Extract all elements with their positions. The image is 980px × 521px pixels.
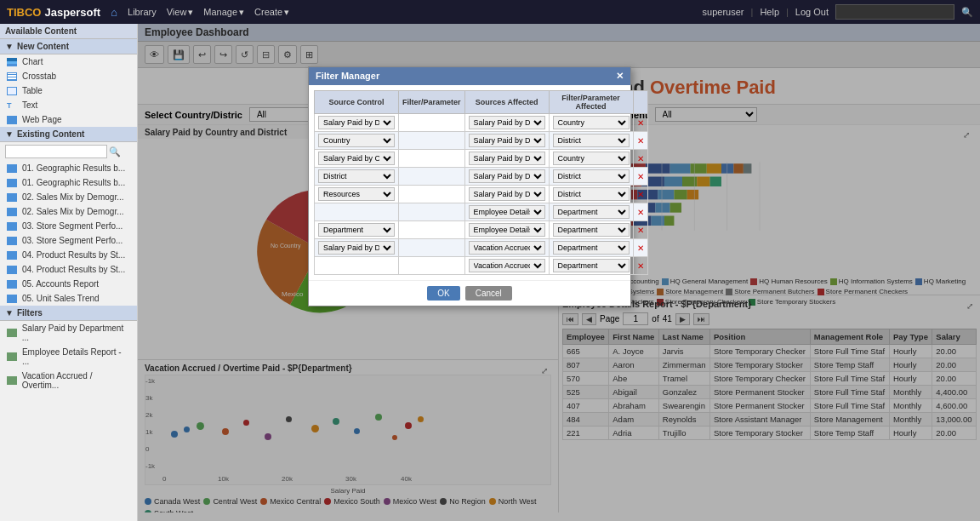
crosstab-icon: [7, 72, 17, 81]
col-filter-param: Filter/Parameter: [399, 91, 465, 114]
modal-body: Source Control Filter/Parameter Sources …: [309, 85, 630, 280]
filter-table-row: CountrySalary Paid by Department -...Dis…: [315, 132, 648, 150]
filter-table-row: Salary Paid by Department ...Salary Paid…: [315, 114, 648, 132]
filter-table-row: DistrictSalary Paid by Department -...Di…: [315, 168, 648, 186]
sidebar-existing-item[interactable]: 04. Product Results by St...: [0, 248, 137, 262]
delete-row-icon[interactable]: ✕: [637, 136, 644, 146]
top-navigation: TIBCO Jaspersoft ⌂ Library View ▾ Manage…: [0, 0, 980, 24]
filter-table-body: Salary Paid by Department ...Salary Paid…: [315, 114, 648, 275]
new-content-label: New Content: [17, 42, 69, 51]
col-source-control: Source Control: [315, 91, 399, 114]
col-delete: [633, 91, 647, 114]
arrow-down-icon3: ▼: [5, 308, 14, 318]
jasper-logo: Jaspersoft: [44, 6, 100, 19]
webpage-label: Web Page: [22, 115, 62, 124]
filter-sidebar-item[interactable]: Vacation Accrued / Overtim...: [0, 369, 137, 392]
delete-row-icon[interactable]: ✕: [637, 118, 644, 128]
home-icon[interactable]: ⌂: [111, 6, 117, 19]
existing-item-icon: [7, 179, 17, 187]
nav-library[interactable]: Library: [128, 7, 157, 17]
sidebar-item-text[interactable]: T Text: [0, 98, 137, 112]
existing-item-icon: [7, 193, 17, 202]
filter-item-icon: [7, 329, 17, 337]
existing-content-header: ▼ Existing Content: [0, 127, 137, 142]
filter-table-row: Salary Paid by Department -...Vacation A…: [315, 239, 648, 257]
sidebar-item-crosstab[interactable]: Crosstab: [0, 69, 137, 83]
main-layout: Available Content ▼ New Content Chart Cr…: [0, 24, 980, 521]
chart-label: Chart: [22, 57, 43, 66]
sidebar-existing-item[interactable]: 01. Geographic Results b...: [0, 161, 137, 175]
filters-list: Salary Paid by Department ...Employee De…: [0, 321, 137, 392]
sidebar-existing-item[interactable]: 03. Store Segment Perfo...: [0, 233, 137, 248]
nav-search-icon[interactable]: 🔍: [961, 7, 973, 18]
arrow-down-icon2: ▼: [5, 129, 14, 139]
logo: TIBCO Jaspersoft: [7, 6, 100, 19]
filter-sidebar-item[interactable]: Salary Paid by Department ...: [0, 321, 137, 345]
nav-create[interactable]: Create ▾: [254, 7, 289, 18]
sidebar-existing-item[interactable]: 02. Sales Mix by Demogr...: [0, 190, 137, 204]
col-sources-affected: Sources Affected: [464, 91, 549, 114]
delete-row-icon[interactable]: ✕: [637, 243, 644, 253]
filter-table-row: Employee Details Report - SP...Departmen…: [315, 203, 648, 221]
filter-table-row: ResourcesSalary Paid by Department -...D…: [315, 186, 648, 203]
sidebar-item-table[interactable]: Table: [0, 83, 137, 98]
modal-cancel-button[interactable]: Cancel: [465, 286, 512, 301]
existing-item-icon: [7, 295, 17, 303]
available-content-label: Available Content: [5, 26, 77, 36]
modal-close-icon[interactable]: ✕: [616, 71, 624, 82]
sidebar: Available Content ▼ New Content Chart Cr…: [0, 24, 138, 521]
delete-row-icon[interactable]: ✕: [637, 172, 644, 181]
sidebar-item-webpage[interactable]: Web Page: [0, 112, 137, 127]
sidebar-existing-item[interactable]: 03. Store Segment Perfo...: [0, 219, 137, 233]
tibco-logo: TIBCO: [7, 6, 41, 19]
existing-item-icon: [7, 164, 17, 173]
nav-manage[interactable]: Manage ▾: [203, 7, 244, 18]
modal-ok-button[interactable]: OK: [427, 286, 459, 301]
delete-row-icon[interactable]: ✕: [637, 208, 644, 217]
nav-logout[interactable]: Log Out: [795, 7, 829, 17]
crosstab-label: Crosstab: [22, 72, 56, 81]
arrow-down-icon: ▼: [5, 42, 14, 51]
nav-search-input[interactable]: [835, 4, 954, 20]
available-content-header: Available Content: [0, 24, 137, 39]
sidebar-search-area: 🔍: [0, 142, 137, 161]
sidebar-item-chart[interactable]: Chart: [0, 54, 137, 69]
existing-item-icon: [7, 251, 17, 260]
filter-sidebar-item[interactable]: Employee Details Report - ...: [0, 345, 137, 369]
delete-row-icon[interactable]: ✕: [637, 261, 644, 271]
filter-table-header: Source Control Filter/Parameter Sources …: [315, 91, 648, 114]
sidebar-existing-item[interactable]: 02. Sales Mix by Demogr...: [0, 204, 137, 219]
table-icon: [7, 87, 17, 95]
filter-table-row: Salary Paid by Country and ...Salary Pai…: [315, 150, 648, 168]
modal-footer: OK Cancel: [309, 280, 630, 306]
delete-row-icon[interactable]: ✕: [637, 226, 644, 235]
modal-overlay[interactable]: Filter Manager ✕ Source Control Filter/P…: [138, 24, 980, 521]
sidebar-existing-item[interactable]: 05. Unit Sales Trend: [0, 291, 137, 306]
delete-row-icon[interactable]: ✕: [637, 190, 644, 199]
existing-item-icon: [7, 208, 17, 216]
nav-help[interactable]: Help: [760, 7, 779, 17]
filter-table-row: DepartmentEmployee Details Report - SP..…: [315, 221, 648, 239]
modal-title-bar: Filter Manager ✕: [309, 67, 630, 85]
existing-item-icon: [7, 266, 17, 274]
existing-content-list: 01. Geographic Results b...01. Geographi…: [0, 161, 137, 306]
filters-header: ▼ Filters: [0, 306, 137, 321]
new-content-header: ▼ New Content: [0, 39, 137, 54]
existing-item-icon: [7, 222, 17, 231]
sidebar-search-icon[interactable]: 🔍: [109, 146, 121, 157]
nav-user: superuser: [703, 7, 744, 17]
nav-view[interactable]: View ▾: [167, 7, 194, 18]
sidebar-search-input[interactable]: [5, 145, 107, 158]
sidebar-existing-item[interactable]: 04. Product Results by St...: [0, 262, 137, 277]
sidebar-existing-item[interactable]: 05. Accounts Report: [0, 277, 137, 291]
filters-label: Filters: [17, 308, 43, 318]
filter-manager-modal: Filter Manager ✕ Source Control Filter/P…: [308, 66, 631, 306]
existing-item-icon: [7, 237, 17, 245]
content-area: Employee Dashboard 👁 💾 ↩ ↪ ↺ ⊟ ⚙ ⊞ Emplo…: [138, 24, 980, 521]
sidebar-existing-item[interactable]: 01. Geographic Results b...: [0, 175, 137, 190]
table-label: Table: [22, 86, 43, 95]
col-filter-affected: Filter/Parameter Affected: [549, 91, 633, 114]
delete-row-icon[interactable]: ✕: [637, 154, 644, 163]
filter-table: Source Control Filter/Parameter Sources …: [314, 90, 648, 275]
webpage-icon: [7, 116, 17, 124]
